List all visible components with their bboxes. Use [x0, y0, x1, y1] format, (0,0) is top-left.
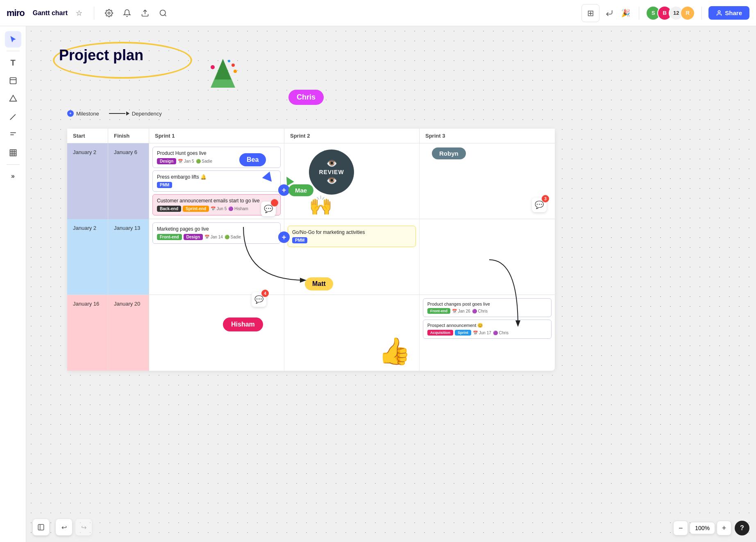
zoom-in-btn[interactable]: +: [717, 521, 731, 535]
gantt-row-1: January 2 January 6 Product Hunt goes li…: [67, 143, 555, 219]
svg-point-17: [211, 65, 215, 69]
bell-icon[interactable]: [120, 7, 134, 20]
undo-redo: ↩ ↪: [56, 519, 92, 535]
tag-blue-2: Sprint: [455, 330, 471, 336]
mae-label: Mae: [288, 184, 313, 196]
task-title-2: Press embargo lifts 🔔: [157, 174, 276, 180]
tag-frontend-m: Front-end: [157, 234, 182, 240]
left-toolbar: T »: [0, 26, 26, 542]
celebration-icon: [207, 55, 239, 98]
task-marketing[interactable]: Marketing pages go live Front-end Design…: [152, 222, 281, 244]
row3-start: January 16: [67, 295, 108, 371]
sidebar-btn[interactable]: [33, 519, 49, 535]
board-title: Gantt chart: [33, 9, 68, 17]
arrow-select-icon[interactable]: [603, 7, 616, 20]
navbar: miro Gantt chart ☆ ⊞ 🎉 S B 12 R: [0, 0, 756, 26]
tag-design: Design: [157, 158, 176, 164]
redo-btn[interactable]: ↪: [75, 519, 92, 535]
tool-separator-2: [7, 164, 20, 165]
task-title-3: Customer announcement emails start to go…: [157, 198, 276, 204]
bea-label: Bea: [239, 153, 266, 166]
row3-finish: January 20: [108, 295, 149, 371]
sticky-tool[interactable]: [5, 73, 21, 89]
text-tool-2[interactable]: [5, 127, 21, 143]
review-text: REVIEW: [319, 169, 344, 175]
task-press-embargo[interactable]: Press embargo lifts 🔔 PMM: [152, 170, 281, 192]
tool-separator-1: [7, 51, 20, 51]
milestone-icon: +: [67, 110, 74, 117]
add-task-btn-2[interactable]: +: [278, 231, 290, 243]
hisham-label: Hisham: [223, 317, 263, 331]
mini-card-1[interactable]: Product changes post goes live Front-end…: [423, 298, 552, 317]
shapes-icon[interactable]: ⊞: [581, 4, 599, 22]
robyn-label: Robyn: [432, 147, 466, 159]
text-tool[interactable]: T: [5, 54, 21, 71]
header-finish: Finish: [108, 129, 149, 143]
comment-icon-1: 💬: [261, 202, 276, 216]
search-icon[interactable]: [157, 7, 170, 20]
task-gonogo[interactable]: Go/No-Go for marketing activities PMM: [288, 226, 416, 247]
chris-label: Chris: [288, 90, 324, 105]
assign-m: 🟢 Sadie: [225, 235, 241, 239]
hands-emoji: 🙌: [309, 194, 332, 216]
header-sprint3: Sprint 3: [420, 129, 555, 143]
task-marketing-tags: Front-end Design 📅 Jan 14 🟢 Sadie: [157, 234, 276, 240]
dependency-legend: Dependency: [109, 111, 162, 117]
matt-label: Matt: [305, 277, 333, 290]
gantt-row-2: January 2 January 13 Marketing pages go …: [67, 219, 555, 295]
review-badge: 👁️ REVIEW 👁️: [309, 150, 354, 195]
mini-card-2[interactable]: Prospect announcement 😊 Acquisition Spri…: [423, 320, 552, 339]
settings-icon[interactable]: [102, 7, 116, 20]
svg-point-18: [232, 63, 235, 67]
divider2: [639, 7, 639, 20]
row3-sprint3: Product changes post goes live Front-end…: [420, 295, 555, 371]
svg-point-4: [718, 11, 720, 13]
comment-badge-3[interactable]: 💬 3: [532, 197, 547, 212]
canvas-wrapper: T »: [0, 26, 756, 542]
meta-m: 📅 Jan 14: [204, 235, 223, 239]
row2-sprint2: Go/No-Go for marketing activities PMM Ma…: [284, 219, 420, 295]
party-icon[interactable]: 🎉: [619, 7, 632, 20]
frame-tool[interactable]: [5, 145, 21, 161]
header-sprint2: Sprint 2: [284, 129, 420, 143]
tag-backend: Back-end: [157, 206, 181, 212]
avatars-row: S B 12 R: [646, 6, 695, 20]
comment-count-4: 4: [261, 290, 269, 297]
gantt-row-3: January 16 January 20 👍 Product changes …: [67, 295, 555, 371]
add-task-btn-1[interactable]: +: [278, 184, 290, 196]
undo-btn[interactable]: ↩: [56, 519, 72, 535]
tag-fe-1: Front-end: [427, 308, 450, 314]
upload-icon[interactable]: [138, 7, 152, 20]
svg-rect-10: [10, 150, 16, 156]
mini-tags-1: Front-end 📅 Jan 26 🟣 Chris: [427, 308, 547, 314]
row2-finish: January 13: [108, 219, 149, 295]
share-button[interactable]: Share: [708, 6, 749, 20]
pen-tool[interactable]: [5, 109, 21, 125]
header-start: Start: [67, 129, 108, 143]
svg-rect-5: [10, 78, 16, 84]
select-tool[interactable]: [5, 31, 21, 48]
shape-tool[interactable]: [5, 91, 21, 107]
help-btn[interactable]: ?: [735, 521, 749, 535]
zoom-controls: − 100% + ?: [673, 521, 749, 535]
zoom-level: 100%: [690, 522, 715, 534]
row2-sprint1: Marketing pages go live Front-end Design…: [149, 219, 284, 295]
comment-icon-3: 💬 3: [532, 197, 547, 212]
assign-sp3-2: 🟣 Chris: [493, 331, 509, 335]
comment-badge-4[interactable]: 💬 4: [252, 292, 266, 307]
canvas[interactable]: Project plan Chris + Milestone: [26, 26, 756, 542]
svg-point-20: [234, 70, 237, 73]
avatar-user[interactable]: R: [680, 6, 695, 20]
row1-sprint2: 👁️ REVIEW 👁️ 🙌 Mae: [284, 143, 420, 220]
svg-line-3: [165, 14, 166, 16]
comment-badge-1[interactable]: 💬: [261, 202, 276, 216]
star-icon[interactable]: ☆: [73, 7, 86, 20]
svg-point-19: [228, 60, 230, 62]
task-tags-2: PMM: [157, 182, 276, 188]
more-tools[interactable]: »: [5, 168, 21, 184]
zoom-out-btn[interactable]: −: [673, 521, 688, 535]
divider3: [702, 7, 702, 20]
row1-finish: January 6: [108, 143, 149, 220]
navbar-right: ⊞ 🎉 S B 12 R Share: [581, 4, 749, 22]
task-gonogo-title: Go/No-Go for marketing activities: [292, 229, 411, 235]
